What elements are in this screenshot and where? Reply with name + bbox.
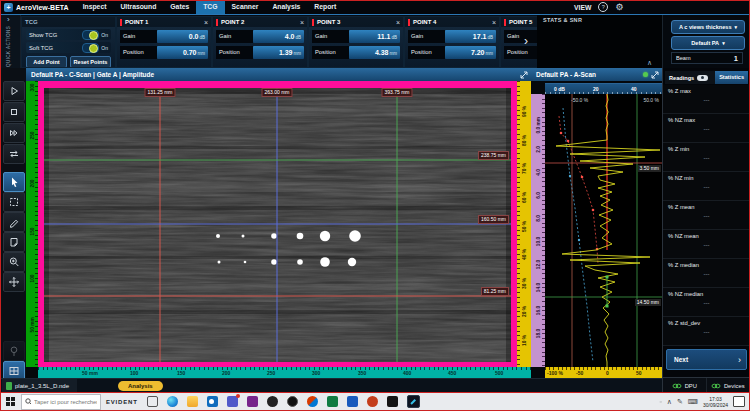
- add-point-button[interactable]: Add Point: [26, 56, 67, 68]
- analysis-mode-badge[interactable]: Analysis: [118, 381, 163, 391]
- reading-row[interactable]: % NZ median---: [663, 288, 750, 317]
- cscan-header[interactable]: Default PA - C-Scan | Gate A | Amplitude: [26, 68, 531, 81]
- edge-browser-icon[interactable]: [167, 396, 178, 407]
- windows-start-icon[interactable]: [6, 397, 15, 406]
- pin-tool-button[interactable]: [3, 341, 25, 361]
- reading-row[interactable]: % Z mean---: [663, 201, 750, 230]
- pointer-tool-button[interactable]: [3, 172, 25, 192]
- close-icon[interactable]: ×: [396, 19, 400, 26]
- file-explorer-icon[interactable]: [187, 396, 198, 407]
- taskbar-search[interactable]: [21, 394, 101, 410]
- gain-value[interactable]: 0.0dB: [157, 30, 208, 43]
- reading-row[interactable]: % Z min---: [663, 143, 750, 172]
- ascan-view[interactable]: -50.0 % 50.0 % 3.50 mm 14.50 mm: [545, 94, 662, 367]
- menu-inspect[interactable]: Inspect: [76, 0, 114, 14]
- position-value[interactable]: 1.39mm: [253, 46, 304, 59]
- reading-row[interactable]: % Z max---: [663, 85, 750, 114]
- outlook-icon[interactable]: [207, 396, 218, 407]
- app-icon[interactable]: [387, 396, 398, 407]
- stop-button[interactable]: [3, 102, 25, 122]
- reading-row[interactable]: % NZ max---: [663, 114, 750, 143]
- cscan-index-axis-ruler[interactable]: 50 mm 100 150 200 250 300 350 400 450 50…: [38, 367, 531, 378]
- cscan-image[interactable]: 131.25 mm 263.00 mm 393.75 mm 238.75 mm …: [44, 88, 511, 362]
- collapse-stats-icon[interactable]: ∧: [647, 59, 652, 67]
- marquee-select-button[interactable]: [3, 192, 25, 212]
- settings-gear-icon[interactable]: ⚙: [615, 3, 623, 12]
- tray-hidden-icon[interactable]: ▫: [659, 398, 661, 406]
- annotate-pencil-button[interactable]: [3, 212, 25, 232]
- tray-pen-icon[interactable]: ✎: [677, 398, 683, 406]
- menu-gates[interactable]: Gates: [163, 0, 196, 14]
- expand-view-icon[interactable]: [520, 71, 528, 79]
- green-cursor-label[interactable]: 393.75 mm: [381, 88, 412, 97]
- dpu-status-button[interactable]: DPU: [663, 378, 707, 393]
- position-value[interactable]: 0.70mm: [157, 46, 208, 59]
- blue-hcursor-label[interactable]: 160.50 mm: [478, 215, 509, 224]
- next-button[interactable]: Next ›: [666, 349, 747, 370]
- menu-ultrasound[interactable]: Ultrasound: [113, 0, 163, 14]
- close-icon[interactable]: ×: [300, 19, 304, 26]
- file-tab[interactable]: plate_1_3.5L_D.nde: [2, 379, 77, 392]
- close-icon[interactable]: ×: [204, 19, 208, 26]
- task-view-icon[interactable]: [147, 396, 158, 407]
- scroll-panels-icon[interactable]: ›: [524, 35, 528, 47]
- views-layout-dropdown[interactable]: A c views thickness▾: [671, 20, 745, 34]
- word-icon[interactable]: [347, 396, 358, 407]
- tab-statistics[interactable]: Statistics: [715, 71, 748, 84]
- aeroview-app-icon[interactable]: [407, 395, 420, 408]
- reading-row[interactable]: % NZ mean---: [663, 230, 750, 259]
- fast-forward-button[interactable]: [3, 123, 25, 143]
- app-icon[interactable]: [287, 396, 298, 407]
- gain-value[interactable]: 4.0dB: [253, 30, 304, 43]
- tab-readings[interactable]: Readings: [665, 75, 694, 81]
- teams-icon[interactable]: [227, 396, 238, 407]
- app-icon[interactable]: [267, 396, 278, 407]
- cscan-amplitude-ruler[interactable]: 90 % 80 % 70 % 60 % 50 % 40 % 30 % 20 % …: [517, 81, 531, 367]
- loop-playback-button[interactable]: [3, 144, 25, 164]
- reading-row[interactable]: % NZ min---: [663, 172, 750, 201]
- excel-icon[interactable]: [327, 396, 338, 407]
- menu-report[interactable]: Report: [307, 0, 343, 14]
- gain-value[interactable]: 11.1dB: [349, 30, 400, 43]
- gain-value[interactable]: 17.1dB: [445, 30, 496, 43]
- play-button[interactable]: [3, 81, 25, 101]
- menu-analysis[interactable]: Analysis: [265, 0, 307, 14]
- show-tcg-toggle[interactable]: [82, 30, 99, 40]
- note-tool-button[interactable]: [3, 232, 25, 252]
- cscan-view[interactable]: 131.25 mm 263.00 mm 393.75 mm 238.75 mm …: [38, 81, 517, 367]
- notification-center-icon[interactable]: [733, 396, 745, 407]
- close-icon[interactable]: ×: [492, 19, 496, 26]
- expand-view-icon[interactable]: [651, 71, 659, 79]
- reading-row[interactable]: % Z median---: [663, 259, 750, 288]
- soft-tcg-toggle[interactable]: [82, 43, 99, 53]
- red-hcursor-label[interactable]: 81.25 mm: [481, 287, 509, 296]
- position-value[interactable]: 7.20mm: [445, 46, 496, 59]
- menu-tcg[interactable]: TCG: [196, 0, 224, 14]
- onenote-icon[interactable]: [247, 396, 258, 407]
- ascan-depth-ruler[interactable]: 0.0 mm 2.0 4.0 6.0 8.0 10.0 12.0 14.0 16…: [531, 94, 545, 367]
- taskbar-clock[interactable]: 17:03 30/09/2024: [703, 396, 728, 408]
- ascan-amplitude-ruler[interactable]: -100 % -50 0 50: [545, 367, 662, 378]
- zoom-tool-button[interactable]: [3, 252, 25, 272]
- depth-cursor-label-1[interactable]: 3.50 mm: [638, 165, 661, 172]
- devices-status-button[interactable]: Devices: [707, 378, 750, 393]
- red-cursor-label[interactable]: 131.25 mm: [144, 88, 175, 97]
- view-menu[interactable]: VIEW: [574, 4, 591, 11]
- reset-points-button[interactable]: Reset Points: [70, 56, 111, 68]
- pan-tool-button[interactable]: [3, 272, 25, 292]
- tray-keyboard-icon[interactable]: ⌨: [688, 398, 698, 406]
- cscan-scan-axis-ruler[interactable]: 300 250 200 150 100 50 mm: [26, 81, 38, 367]
- reading-row[interactable]: % Z std_dev---: [663, 317, 750, 346]
- powerpoint-icon[interactable]: [367, 396, 378, 407]
- eye-toggle-icon[interactable]: [697, 75, 708, 81]
- blue-cursor-label[interactable]: 263.00 mm: [261, 88, 292, 97]
- menu-scanner[interactable]: Scanner: [225, 0, 266, 14]
- expand-quick-actions-icon[interactable]: ›: [7, 15, 10, 24]
- beam-field[interactable]: Beam 1: [671, 52, 743, 64]
- tray-chevron-up-icon[interactable]: ∧: [667, 398, 672, 406]
- help-icon[interactable]: ?: [598, 2, 608, 12]
- search-input[interactable]: [34, 399, 97, 405]
- browser-globe-icon[interactable]: [307, 396, 318, 407]
- pa-group-dropdown[interactable]: Default PA▾: [671, 36, 745, 50]
- position-value[interactable]: 4.38mm: [349, 46, 400, 59]
